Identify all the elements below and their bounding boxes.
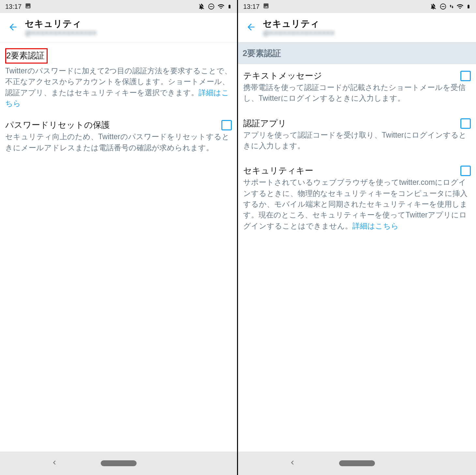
battery-icon bbox=[466, 3, 471, 10]
battery-icon bbox=[227, 3, 232, 10]
page-subtitle: @XXXXXXXXXXXXXXX bbox=[263, 29, 335, 37]
wifi-icon bbox=[456, 3, 464, 10]
notification-off-icon bbox=[430, 3, 437, 10]
image-icon bbox=[25, 3, 31, 11]
nav-home-pill[interactable] bbox=[101, 460, 137, 466]
status-bar: 13:17 bbox=[0, 0, 237, 13]
auth-app-description: アプリを使って認証コードを受け取り、Twitterにログインするときに入力します… bbox=[243, 130, 471, 152]
nav-home-pill[interactable] bbox=[339, 460, 375, 466]
app-header: セキュリティ @XXXXXXXXXXXXXXX bbox=[0, 13, 237, 42]
security-key-title: セキュリティキー bbox=[243, 165, 313, 176]
image-icon bbox=[263, 3, 269, 11]
section-header-title: 2要素認証 bbox=[243, 48, 471, 59]
nav-back-icon[interactable] bbox=[289, 459, 296, 468]
security-key-checkbox[interactable] bbox=[460, 166, 471, 176]
two-factor-description: Twitterのパスワードに加えて2つ目の認証方法を要求することで、不正なアクセ… bbox=[5, 66, 232, 109]
arrow-back-icon bbox=[8, 22, 18, 34]
page-title: セキュリティ bbox=[263, 18, 335, 29]
page-subtitle: @XXXXXXXXXXXXXXX bbox=[25, 29, 97, 37]
nav-back-icon[interactable] bbox=[51, 459, 58, 468]
status-bar: 13:17 bbox=[238, 0, 476, 13]
learn-more-link[interactable]: 詳細はこちら bbox=[352, 222, 399, 230]
nav-bar bbox=[0, 452, 237, 475]
notification-off-icon bbox=[198, 3, 205, 10]
do-not-disturb-icon bbox=[208, 3, 215, 10]
text-message-description: 携帯電話を使って認証コードが記載されたショートメールを受信し、Twitterにロ… bbox=[243, 82, 471, 104]
auth-app-title: 認証アプリ bbox=[243, 118, 287, 129]
wifi-icon bbox=[217, 3, 225, 10]
arrow-back-icon bbox=[246, 22, 256, 34]
password-reset-checkbox[interactable] bbox=[221, 120, 232, 130]
back-button[interactable] bbox=[242, 19, 260, 37]
two-factor-link[interactable]: 2要素認証 bbox=[6, 51, 45, 60]
do-not-disturb-icon bbox=[439, 3, 447, 10]
status-time: 13:17 bbox=[5, 3, 22, 10]
section-header: 2要素認証 bbox=[238, 42, 476, 64]
nav-bar bbox=[238, 452, 476, 475]
highlight-box: 2要素認証 bbox=[5, 48, 48, 64]
password-reset-title: パスワードリセットの保護 bbox=[5, 119, 110, 131]
page-title: セキュリティ bbox=[25, 18, 97, 29]
security-key-description: サポートされているウェブブラウザを使ってtwitter.comにログインするとき… bbox=[243, 177, 471, 231]
password-reset-description: セキュリティ向上のため、Twitterのパスワードをリセットするときにメールアド… bbox=[5, 131, 232, 153]
text-message-checkbox[interactable] bbox=[460, 71, 471, 81]
text-message-title: テキストメッセージ bbox=[243, 70, 322, 82]
auth-app-checkbox[interactable] bbox=[460, 118, 471, 129]
data-sync-icon bbox=[449, 3, 454, 10]
back-button[interactable] bbox=[4, 19, 22, 37]
status-time: 13:17 bbox=[243, 3, 260, 10]
app-header: セキュリティ @XXXXXXXXXXXXXXX bbox=[238, 13, 476, 42]
